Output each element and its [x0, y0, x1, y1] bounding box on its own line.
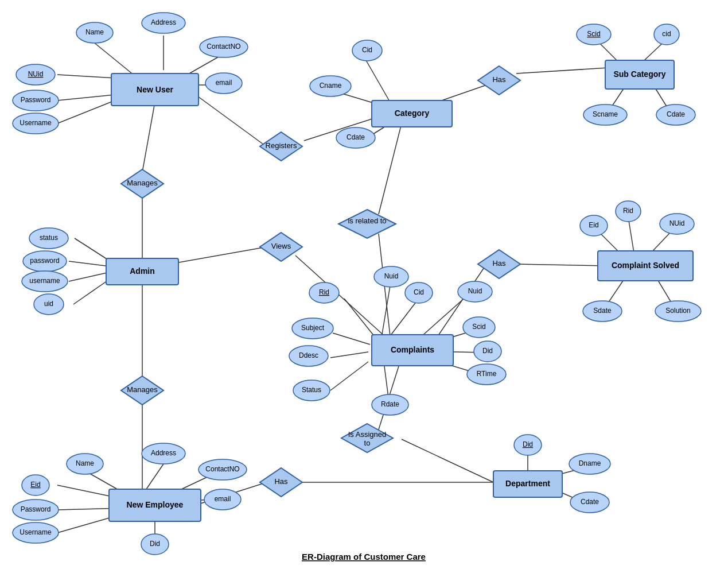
svg-line-42: [390, 301, 416, 336]
attr-status-complaints-text: Status: [302, 386, 321, 394]
attr-contactno-emp-text: ContactNO: [205, 465, 239, 473]
attr-username-user-text: Username: [20, 119, 52, 127]
attr-sdate-text: Sdate: [593, 307, 612, 315]
attr-did-dept-text: Did: [523, 440, 533, 448]
attr-cid-cat-text: Cid: [362, 46, 372, 54]
attr-did-emp-text: Did: [150, 540, 160, 548]
rel-manages2-label: Manages: [127, 385, 158, 394]
attr-email-user-text: email: [216, 79, 232, 87]
attr-scname-text: Scname: [593, 110, 618, 118]
attr-rid-complaints-text: Rid: [319, 288, 329, 296]
attr-cdate-subcat-text: Cdate: [667, 110, 685, 118]
svg-line-52: [516, 264, 608, 266]
entity-department-label: Department: [505, 479, 550, 488]
attr-contactno-user-text: ContactNO: [207, 42, 240, 51]
rel-registers-label: Registers: [266, 141, 297, 150]
rel-has3-label: Has: [274, 477, 288, 486]
attr-email-emp-text: email: [215, 495, 231, 503]
attr-address-user-text: Address: [151, 18, 176, 26]
svg-line-1: [95, 43, 132, 73]
attr-nuid-text: NUid: [28, 70, 44, 78]
rel-has2-label: Has: [492, 259, 506, 268]
svg-line-54: [628, 217, 634, 253]
attr-rid-cs-text: Rid: [623, 207, 633, 215]
svg-line-20: [146, 464, 163, 489]
diagram-title: ER-Diagram of Customer Care: [302, 552, 426, 562]
entity-complaints-label: Complaints: [391, 345, 434, 354]
svg-line-8: [189, 90, 266, 146]
attr-dname-text: Dname: [579, 459, 601, 467]
entity-admin-label: Admin: [130, 266, 155, 276]
rel-is-assigned-to-label: Is Assigned: [348, 430, 387, 439]
entity-category-label: Category: [395, 109, 430, 118]
attr-username-emp-text: Username: [20, 528, 52, 536]
attr-cdate-dept-text: Cdate: [581, 498, 599, 506]
attr-username-admin-text: username: [29, 277, 60, 285]
rel-has1-label: Has: [492, 75, 506, 84]
rel-is-assigned-to-label2: to: [364, 439, 371, 447]
attr-password-emp-text: Password: [21, 505, 51, 513]
attr-name-emp-text: Name: [76, 459, 94, 467]
attr-name-user-text: Name: [85, 28, 104, 36]
svg-line-32: [442, 85, 486, 100]
attr-cid-subcat-text: cid: [662, 30, 671, 38]
attr-subject-text: Subject: [301, 324, 325, 332]
attr-uid-admin-text: uid: [44, 300, 53, 308]
er-diagram: New User Admin New Employee Category Sub…: [0, 0, 728, 573]
svg-line-7: [142, 102, 155, 172]
attr-eid-cs-text: Eid: [589, 221, 598, 229]
attr-rdate-text: Rdate: [381, 400, 399, 408]
rel-manages1-label: Manages: [127, 179, 158, 187]
attr-address-emp-text: Address: [151, 449, 176, 457]
svg-line-5: [57, 95, 115, 100]
svg-line-35: [643, 43, 663, 62]
svg-line-43: [333, 333, 370, 344]
svg-line-45: [330, 362, 368, 390]
entity-sub-category-label: Sub Category: [613, 69, 665, 79]
attr-eid-emp-text: Eid: [30, 481, 40, 489]
rel-views-label: Views: [271, 242, 291, 250]
svg-line-38: [379, 123, 402, 214]
entity-complaint-solved-label: Complaint Solved: [612, 261, 679, 270]
attr-cname-cat-text: Cname: [320, 82, 342, 90]
svg-line-33: [516, 68, 608, 73]
svg-line-41: [381, 286, 390, 338]
attr-cid-complaints-text: Cid: [414, 288, 424, 296]
attr-solution-text: Solution: [665, 307, 690, 315]
attr-scid-complaints-text: Scid: [472, 323, 485, 331]
svg-line-59: [402, 439, 493, 482]
attr-rtime-text: RTime: [477, 370, 497, 378]
svg-line-44: [330, 352, 368, 358]
attr-nuid-cs-text: NUid: [669, 219, 685, 227]
attr-ddesc-text: Ddesc: [299, 351, 318, 359]
attr-scid-text: Scid: [587, 30, 600, 38]
attr-nuid2-complaints-text: Nuid: [468, 287, 482, 295]
svg-line-29: [366, 60, 390, 102]
attr-nuid-complaints-text: Nuid: [384, 272, 399, 280]
attr-password-admin-text: password: [30, 257, 59, 265]
svg-line-6: [57, 100, 115, 123]
attr-did-complaints-text: Did: [482, 347, 493, 355]
svg-line-14: [169, 247, 267, 264]
attr-status-admin-text: status: [40, 234, 58, 242]
entity-new-user-label: New User: [137, 85, 173, 94]
attr-cdate-cat-text: Cdate: [347, 133, 365, 141]
entity-new-employee-label: New Employee: [127, 500, 184, 509]
rel-is-related-to-label: is related to: [348, 216, 386, 225]
attr-password-user-text: Password: [21, 96, 51, 104]
